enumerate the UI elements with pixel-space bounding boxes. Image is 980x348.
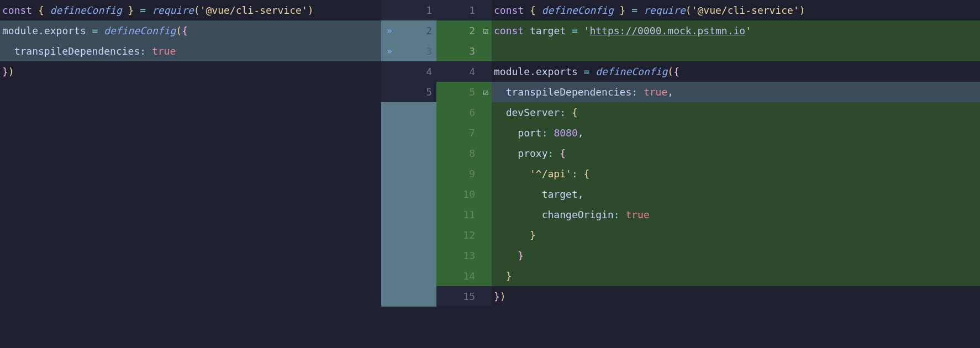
left-line[interactable]: const { defineConfig } = require('@vue/c… xyxy=(0,0,381,20)
right-line[interactable]: transpileDependencies: true, xyxy=(492,82,980,102)
gutter-right-line[interactable]: 7 xyxy=(436,123,492,143)
gutter-right-line[interactable]: ☑2 xyxy=(436,20,492,41)
right-line[interactable]: const { defineConfig } = require('@vue/c… xyxy=(492,0,980,20)
gutter-pad xyxy=(381,245,436,266)
line-number: 10 xyxy=(463,188,475,200)
code-token: changeOrigin xyxy=(494,209,614,220)
gutter-right-line[interactable]: 1 xyxy=(436,0,492,20)
gutter-pad xyxy=(381,266,436,286)
right-pane[interactable]: const { defineConfig } = require('@vue/c… xyxy=(492,0,980,348)
gutter-left-line[interactable]: »3 xyxy=(381,41,436,61)
right-line[interactable]: } xyxy=(492,266,980,286)
gutter-right-line[interactable]: 12 xyxy=(436,225,492,245)
right-line[interactable]: devServer: { xyxy=(492,102,980,123)
code-token xyxy=(494,250,518,261)
line-number: 5 xyxy=(469,86,475,98)
left-pane[interactable]: const { defineConfig } = require('@vue/c… xyxy=(0,0,381,348)
gutter-right-line[interactable]: 9 xyxy=(436,164,492,184)
gutter-pad xyxy=(381,184,436,204)
expand-icon[interactable]: » xyxy=(387,25,392,36)
code-token: = xyxy=(566,25,584,36)
code-token: ( xyxy=(194,4,200,16)
gutter-left[interactable]: 1»2»345 xyxy=(381,0,436,348)
gutter-left-line[interactable]: 1 xyxy=(381,0,436,20)
code-token: https://0000.mock.pstmn.io xyxy=(589,25,745,36)
diff-view: const { defineConfig } = require('@vue/c… xyxy=(0,0,980,348)
gutter-right-line[interactable]: ☑5 xyxy=(436,82,492,102)
right-line[interactable]: } xyxy=(492,225,980,245)
gutter-right[interactable]: 1☑234☑56789101112131415 xyxy=(436,0,492,348)
code-token: proxy xyxy=(494,147,548,159)
code-token: const xyxy=(2,4,38,16)
gutter-right-line[interactable]: 6 xyxy=(436,102,492,123)
right-line[interactable]: target, xyxy=(492,184,980,204)
check-icon[interactable]: ☑ xyxy=(483,25,488,36)
code-token: { xyxy=(584,168,590,180)
gutter-right-line[interactable]: 14 xyxy=(436,266,492,286)
line-number: 9 xyxy=(469,168,475,180)
expand-icon[interactable]: » xyxy=(387,46,392,56)
line-number: 1 xyxy=(469,4,475,16)
right-line[interactable]: port: 8080, xyxy=(492,123,980,143)
code-token: { xyxy=(560,147,566,159)
right-line[interactable]: '^/api': { xyxy=(492,164,980,184)
left-line[interactable] xyxy=(0,82,381,102)
code-token: const xyxy=(494,4,530,16)
gutter-pad xyxy=(381,164,436,184)
code-token xyxy=(494,270,506,282)
gutter-right-line[interactable]: 11 xyxy=(436,204,492,225)
line-number: 3 xyxy=(469,45,475,57)
code-token: module xyxy=(2,25,38,36)
left-line[interactable]: module.exports = defineConfig({ xyxy=(0,20,381,41)
code-token: { xyxy=(38,4,50,16)
right-line[interactable]: changeOrigin: true xyxy=(492,204,980,225)
right-line[interactable]: proxy: { xyxy=(492,143,980,164)
gutter-right-line[interactable]: 13 xyxy=(436,245,492,266)
gutter-left-line[interactable]: 5 xyxy=(381,82,436,102)
code-token: true xyxy=(644,86,667,98)
code-token: } xyxy=(506,270,512,282)
code-token: transpileDependencies xyxy=(494,86,631,98)
code-token: = xyxy=(134,4,152,16)
gutter-right-line[interactable]: 3 xyxy=(436,41,492,61)
line-number: 6 xyxy=(469,107,475,118)
line-number: 5 xyxy=(426,86,432,98)
code-token: = xyxy=(86,25,104,36)
gutter-right-line[interactable]: 15 xyxy=(436,286,492,307)
check-icon[interactable]: ☑ xyxy=(483,87,488,97)
left-line[interactable]: transpileDependencies: true xyxy=(0,41,381,61)
gutter-left-line[interactable]: »2 xyxy=(381,20,436,41)
gutter-pad xyxy=(381,123,436,143)
code-token: defineConfig xyxy=(104,25,176,36)
line-number: 14 xyxy=(463,270,475,282)
code-token: true xyxy=(152,45,176,57)
code-token: devServer xyxy=(494,107,560,118)
gutter-wrap: 1»2»345 1☑234☑56789101112131415 xyxy=(381,0,492,348)
code-token: } xyxy=(530,229,536,241)
right-line[interactable]: }) xyxy=(492,286,980,307)
code-token: } xyxy=(494,291,500,302)
gutter-pad xyxy=(381,143,436,164)
code-token: } xyxy=(2,66,8,77)
line-number: 1 xyxy=(426,4,432,16)
code-token: } xyxy=(614,4,626,16)
gutter-pad xyxy=(381,225,436,245)
right-line[interactable]: } xyxy=(492,245,980,266)
gutter-right-line[interactable]: 10 xyxy=(436,184,492,204)
code-token: port xyxy=(494,127,542,139)
gutter-right-line[interactable]: 4 xyxy=(436,61,492,82)
code-token: { xyxy=(673,66,679,77)
code-token: , xyxy=(578,127,584,139)
right-line[interactable]: module.exports = defineConfig({ xyxy=(492,61,980,82)
gutter-left-line[interactable]: 4 xyxy=(381,61,436,82)
left-line[interactable]: }) xyxy=(0,61,381,82)
code-token: '@vue/cli-service' xyxy=(200,4,308,16)
code-token: : xyxy=(560,107,572,118)
code-token: . xyxy=(530,66,536,77)
code-token: ' xyxy=(745,25,751,36)
code-token xyxy=(494,229,530,241)
code-token: : xyxy=(631,86,644,98)
right-line[interactable] xyxy=(492,41,980,61)
right-line[interactable]: const target = 'https://0000.mock.pstmn.… xyxy=(492,20,980,41)
gutter-right-line[interactable]: 8 xyxy=(436,143,492,164)
